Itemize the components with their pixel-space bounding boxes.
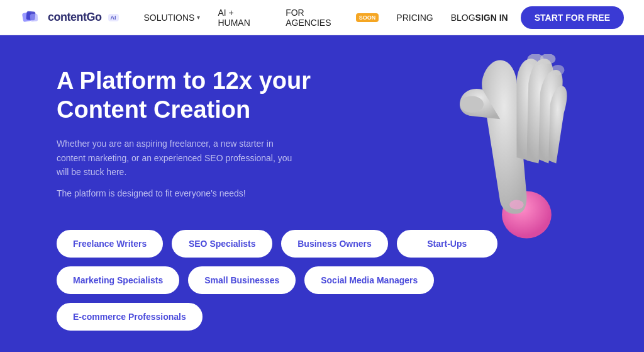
hand-icon xyxy=(430,54,594,243)
logo[interactable]: contentGo AI xyxy=(20,6,119,29)
logo-wordmark: contentGo xyxy=(48,11,102,24)
svg-point-8 xyxy=(509,200,524,210)
pill-social-media-managers[interactable]: Social Media Managers xyxy=(304,266,434,294)
pills-area: Freelance Writers SEO Specialists Busine… xyxy=(57,230,613,339)
pill-business-owners[interactable]: Business Owners xyxy=(281,230,388,258)
start-free-button[interactable]: START FOR FREE xyxy=(521,6,624,29)
svg-point-7 xyxy=(552,65,565,76)
nav-item-solutions[interactable]: SOLUTIONS ▾ xyxy=(144,13,201,23)
pill-small-businesses[interactable]: Small Businesses xyxy=(188,266,296,294)
logo-icon xyxy=(20,6,43,29)
nav-links: SOLUTIONS ▾ AI + HUMAN FOR AGENCIES SOON… xyxy=(144,8,475,28)
pill-marketing-specialists[interactable]: Marketing Specialists xyxy=(57,266,179,294)
soon-badge: SOON xyxy=(356,13,379,22)
pills-row-3: E-commerce Professionals xyxy=(57,303,613,331)
logo-ai-badge: AI xyxy=(108,14,119,21)
nav-item-pricing[interactable]: PRICING xyxy=(396,13,433,23)
svg-point-4 xyxy=(460,96,484,113)
pill-ecommerce-professionals[interactable]: E-commerce Professionals xyxy=(57,303,203,331)
pill-start-ups[interactable]: Start-Ups xyxy=(397,230,497,258)
pills-row-2: Marketing Specialists Small Businesses S… xyxy=(57,266,613,294)
nav-item-ai-human[interactable]: AI + HUMAN xyxy=(218,8,268,28)
hero-illustration xyxy=(430,54,594,243)
hero-title: A Platform to 12x your Content Creation xyxy=(57,67,384,124)
pills-row-1: Freelance Writers SEO Specialists Busine… xyxy=(57,230,613,258)
pill-freelance-writers[interactable]: Freelance Writers xyxy=(57,230,163,258)
hero-content: A Platform to 12x your Content Creation … xyxy=(57,67,384,201)
hero-subtitle2: The platform is designed to fit everyone… xyxy=(57,186,296,200)
nav-item-agencies[interactable]: FOR AGENCIES SOON xyxy=(286,8,379,28)
chevron-down-icon: ▾ xyxy=(197,14,200,21)
svg-rect-2 xyxy=(30,13,38,21)
pill-seo-specialists[interactable]: SEO Specialists xyxy=(172,230,272,258)
nav-right: SIGN IN START FOR FREE xyxy=(475,6,624,29)
sign-in-button[interactable]: SIGN IN xyxy=(475,13,508,23)
hero-section: A Platform to 12x your Content Creation … xyxy=(0,35,644,352)
navbar: contentGo AI SOLUTIONS ▾ AI + HUMAN FOR … xyxy=(0,0,644,35)
hero-subtitle: Whether you are an aspiring freelancer, … xyxy=(57,137,296,179)
nav-item-blog[interactable]: BLOG xyxy=(451,13,475,23)
